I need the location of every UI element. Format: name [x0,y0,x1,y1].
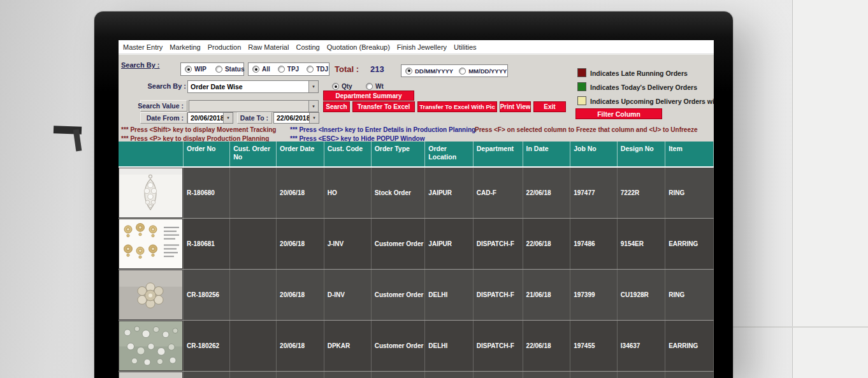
cell-empty[interactable] [230,372,277,378]
cell-job-no[interactable]: 197455 [570,321,618,372]
cell-order-date[interactable]: 20/06/18 [277,219,324,270]
column-header-cust-order-no[interactable]: Cust. Order No [230,142,277,167]
cell-cust-code[interactable]: D-INV [324,270,371,321]
radio-qty[interactable]: Qty [332,83,352,90]
cell-in-date[interactable]: 22/06/18 [523,167,570,219]
cell-cust-order-no[interactable] [230,321,277,372]
column-header-in-date[interactable]: In Date [523,142,570,167]
cell-empty[interactable] [324,372,371,378]
print-view-button[interactable]: Print View [500,101,531,112]
radio-tpj[interactable]: TPJ [278,66,299,73]
table-row[interactable]: R-180681 20/06/18 J-INV Customer Order J… [119,219,714,270]
menu-costing[interactable]: Costing [296,43,319,51]
menu-master-entry[interactable]: Master Entry [123,43,163,51]
cell-order-type[interactable]: Customer Order [371,321,425,372]
cell-empty[interactable] [617,372,665,378]
menu-quotation-breakup[interactable]: Quotation (Breakup) [327,43,390,51]
cell-empty[interactable] [570,372,618,378]
column-header-cust-code[interactable]: Cust. Code [324,142,371,167]
column-header-order-location[interactable]: Order Location [425,142,473,167]
cell-order-no[interactable]: CR-180256 [184,270,230,321]
column-header-department[interactable]: Department [473,142,523,167]
cell-cust-order-no[interactable] [230,219,277,270]
radio-wt[interactable]: Wt [366,83,384,90]
menu-utilities[interactable]: Utilities [454,43,476,51]
cell-empty[interactable] [371,372,425,378]
search-value-dropdown[interactable]: ▼ [189,100,319,112]
cell-item[interactable]: RING [665,167,714,219]
cell-design-no[interactable]: CU1928R [617,270,665,321]
cell-design-no[interactable]: I34637 [617,321,665,372]
column-header-item[interactable]: Item [665,142,714,167]
chevron-down-icon[interactable]: ▼ [309,113,319,123]
cell-cust-code[interactable]: DPKAR [324,321,371,372]
column-header-job-no[interactable]: Job No [570,142,618,167]
date-to-dropdown[interactable]: 22/06/2018 ▼ [273,112,319,124]
cell-empty[interactable] [473,372,523,378]
cell-design-no[interactable]: 9154ER [617,219,665,270]
cell-item[interactable]: EARRING [665,321,714,372]
filter-column-button[interactable]: Filter Column [575,108,662,119]
table-row-partial[interactable] [119,372,714,378]
table-row[interactable]: CR-180262 20/06/18 DPKAR Customer Order … [119,321,714,372]
column-header-design-no[interactable]: Design No [617,142,665,167]
table-row[interactable]: CR-180256 20/06/18 D-INV Customer Order … [119,270,714,321]
menu-marketing[interactable]: Marketing [170,43,200,51]
cell-order-location[interactable]: DELHI [425,270,473,321]
cell-order-type[interactable]: Stock Order [371,167,425,219]
column-header-photo[interactable] [119,142,184,167]
cell-empty[interactable] [425,372,473,378]
product-photo-cell[interactable] [119,372,184,378]
chevron-down-icon[interactable]: ▼ [308,81,318,92]
cell-cust-order-no[interactable] [230,270,277,321]
radio-all[interactable]: All [252,66,270,73]
cell-order-type[interactable]: Customer Order [371,270,425,321]
cell-department[interactable]: DISPATCH-F [473,270,523,321]
cell-cust-code[interactable]: J-INV [324,219,371,270]
cell-order-no[interactable]: CR-180262 [184,321,230,372]
menu-raw-material[interactable]: Raw Material [248,43,289,51]
exit-button[interactable]: Exit [533,101,566,112]
transfer-to-excel-button[interactable]: Transfer To Excel [352,101,415,112]
radio-mmddyyyy[interactable]: MM/DD/YYYY [459,68,507,75]
cell-in-date[interactable]: 21/06/18 [523,270,570,321]
search-button[interactable]: Search [323,101,350,112]
table-row[interactable]: R-180680 20/06/18 HO Stock Order JAIPUR … [119,167,714,219]
radio-status[interactable]: Status [215,66,245,73]
product-photo-cell[interactable] [119,219,184,270]
radio-tdj[interactable]: TDJ [307,66,328,73]
cell-order-location[interactable]: DELHI [425,321,473,372]
cell-empty[interactable] [277,372,324,378]
cell-job-no[interactable]: 197486 [570,219,618,270]
cell-order-no[interactable]: R-180681 [184,219,230,270]
cell-cust-code[interactable]: HO [324,167,371,219]
product-photo-cell[interactable] [119,321,184,372]
radio-ddmmyyyy[interactable]: DD/MM/YYYY [405,68,453,75]
cell-order-date[interactable]: 20/06/18 [277,321,324,372]
menu-production[interactable]: Production [208,43,242,51]
cell-item[interactable]: EARRING [665,219,714,270]
column-header-order-date[interactable]: Order Date [277,142,324,167]
cell-order-no[interactable]: R-180680 [184,167,230,219]
cell-department[interactable]: CAD-F [473,167,523,219]
cell-order-location[interactable]: JAIPUR [425,167,473,219]
cell-empty[interactable] [523,372,570,378]
radio-wip[interactable]: WIP [185,66,206,73]
chevron-down-icon[interactable]: ▼ [223,113,233,123]
transfer-to-excel-with-pic-button[interactable]: Transfer To Excel With Pic [417,101,497,112]
cell-job-no[interactable]: 197399 [570,270,618,321]
column-header-order-type[interactable]: Order Type [371,142,425,167]
cell-in-date[interactable]: 22/06/18 [523,219,570,270]
cell-cust-order-no[interactable] [230,167,277,219]
menu-finish-jewellery[interactable]: Finish Jewellery [397,43,447,51]
cell-empty[interactable] [184,372,230,378]
cell-in-date[interactable]: 22/06/18 [523,321,570,372]
department-summary-button[interactable]: Department Summary [323,91,414,101]
cell-department[interactable]: DISPATCH-F [473,321,523,372]
cell-empty[interactable] [665,372,714,378]
product-photo-cell[interactable] [119,167,184,219]
column-header-order-no[interactable]: Order No [184,142,230,167]
product-photo-cell[interactable] [119,270,184,321]
cell-job-no[interactable]: 197477 [570,167,618,219]
cell-order-type[interactable]: Customer Order [371,219,425,270]
